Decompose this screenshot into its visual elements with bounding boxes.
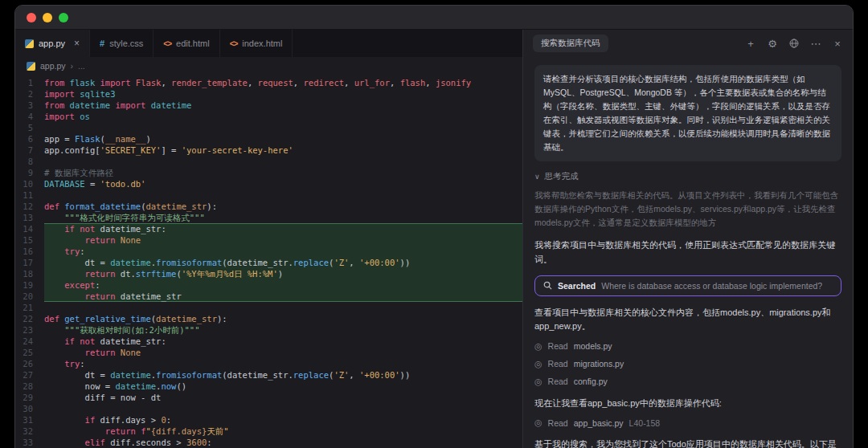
code-line: 16 try: xyxy=(15,246,522,257)
line-number: 29 xyxy=(15,392,44,403)
css-hash-icon: # xyxy=(100,39,104,48)
line-number: 3 xyxy=(15,100,44,111)
search-icon xyxy=(543,281,552,290)
code-line-text: DATABASE = 'todo.db' xyxy=(44,178,522,189)
line-number: 31 xyxy=(15,414,44,426)
ellipsis-icon: ⋯ xyxy=(811,38,821,50)
code-line-text: except: xyxy=(44,279,522,291)
breadcrumb-file: app.py xyxy=(40,61,66,71)
code-line: 4import os xyxy=(15,111,522,122)
line-number: 26 xyxy=(15,358,44,369)
editor-pane: app.py × # style.css <> edit.html <> ind… xyxy=(15,30,523,448)
zoom-window-button[interactable] xyxy=(59,13,68,22)
tab-index-html[interactable]: <> index.html xyxy=(220,30,293,57)
tab-app-py[interactable]: app.py × xyxy=(15,30,90,57)
code-line-text: now = datetime.now() xyxy=(44,381,522,392)
search-query: Where is database access or database log… xyxy=(601,281,822,291)
python-icon xyxy=(25,39,34,48)
line-number: 19 xyxy=(15,279,44,291)
search-action-chip[interactable]: Searched Where is database access or dat… xyxy=(534,275,841,296)
read-icon: ◎ xyxy=(534,341,542,352)
line-number: 23 xyxy=(15,324,44,336)
code-line: 27 dt = datetime.fromisoformat(datetime_… xyxy=(15,369,522,381)
code-line-text: diff = now - dt xyxy=(44,392,522,403)
code-line-text: app.config['SECRET_KEY'] = 'your-secret-… xyxy=(44,145,522,156)
code-line: 2import sqlite3 xyxy=(15,88,522,100)
user-message: 请检查并分析该项目的核心数据库结构，包括所使用的数据库类型（如 MySQL、Po… xyxy=(534,65,841,161)
code-area[interactable]: 1from flask import Flask, render_templat… xyxy=(15,75,522,448)
code-line: 17 dt = datetime.fromisoformat(datetime_… xyxy=(15,257,522,268)
code-line: 3from datetime import datetime xyxy=(15,100,522,111)
line-number: 33 xyxy=(15,437,44,448)
conversation-title[interactable]: 搜索数据库代码 xyxy=(533,35,608,52)
code-line-text xyxy=(44,403,522,414)
code-line: 7app.config['SECRET_KEY'] = 'your-secret… xyxy=(15,145,522,156)
breadcrumb[interactable]: app.py › ... xyxy=(15,57,522,75)
tab-style-css[interactable]: # style.css xyxy=(90,30,154,57)
line-number: 20 xyxy=(15,291,44,302)
line-number: 9 xyxy=(15,167,44,178)
code-line: 20 return datetime_str xyxy=(15,291,522,302)
titlebar xyxy=(15,6,853,30)
read-file-row[interactable]: ◎ Read migrations.py xyxy=(534,359,841,369)
code-line: 21 xyxy=(15,302,522,313)
line-number: 16 xyxy=(15,246,44,257)
minimize-window-button[interactable] xyxy=(43,13,52,22)
code-line: 12def format_datetime(datetime_str): xyxy=(15,201,522,212)
html-brackets-icon: <> xyxy=(163,39,171,48)
assistant-panel-header: 搜索数据库代码 + ⚙ ⋯ × xyxy=(523,30,853,57)
browser-button[interactable] xyxy=(788,39,800,48)
code-line-text xyxy=(44,302,522,313)
code-line: 26 try: xyxy=(15,358,522,369)
tab-label: edit.html xyxy=(176,39,210,48)
code-line: 18 return dt.strftime('%Y年%m月%d日 %H:%M') xyxy=(15,268,522,279)
python-icon xyxy=(27,62,35,71)
read-file-row[interactable]: ◎ Read config.py xyxy=(534,377,841,387)
line-number: 7 xyxy=(15,145,44,156)
read-action-label: Read xyxy=(548,359,568,369)
more-options-button[interactable]: ⋯ xyxy=(810,39,821,49)
close-tab-icon[interactable]: × xyxy=(74,39,80,48)
chat-scroll-area[interactable]: 请检查并分析该项目的核心数据库结构，包括所使用的数据库类型（如 MySQL、Po… xyxy=(523,57,853,448)
code-line: 24 if not datetime_str: xyxy=(15,336,522,347)
thinking-text: 我将帮助您检索与数据库相关的代码。从项目文件列表中，我看到有几个可能包含数据库操… xyxy=(534,189,841,229)
read-action-label: Read xyxy=(548,341,568,351)
code-line: 9# 数据库文件路径 xyxy=(15,167,522,178)
read-file-row[interactable]: ◎ Read models.py xyxy=(534,341,841,352)
code-line: 10DATABASE = 'todo.db' xyxy=(15,178,522,189)
read-action-label: Read xyxy=(548,377,568,386)
tab-edit-html[interactable]: <> edit.html xyxy=(154,30,219,57)
code-line-text: if diff.days > 0: xyxy=(44,414,522,426)
gear-icon: ⚙ xyxy=(768,38,777,50)
close-panel-button[interactable]: × xyxy=(832,39,843,49)
line-number: 17 xyxy=(15,257,44,268)
panel-header-actions: + ⚙ ⋯ × xyxy=(745,39,843,49)
read-file-row[interactable]: ◎ Read app_basic.py L40-158 xyxy=(534,417,841,428)
read-file-name: models.py xyxy=(574,341,612,351)
code-line-text: app = Flask(__name__) xyxy=(44,133,522,145)
thinking-toggle[interactable]: ∨ 思考完成 xyxy=(534,171,841,182)
assistant-message: 查看项目中与数据库相关的核心文件内容，包括models.py、migration… xyxy=(534,306,841,334)
code-line: 5 xyxy=(15,122,522,133)
tab-label: app.py xyxy=(39,39,65,48)
code-line: 13 """格式化时间字符串为可读格式""" xyxy=(15,212,522,223)
settings-button[interactable]: ⚙ xyxy=(767,39,778,49)
close-icon: × xyxy=(834,38,841,50)
code-line-text: elif diff.seconds > 3600: xyxy=(44,437,522,448)
read-action-label: Read xyxy=(548,418,568,428)
code-line-text: def format_datetime(datetime_str): xyxy=(44,201,522,212)
main-split: app.py × # style.css <> edit.html <> ind… xyxy=(15,30,853,448)
code-line-text: try: xyxy=(44,358,522,369)
line-number: 6 xyxy=(15,133,44,145)
line-number: 28 xyxy=(15,381,44,392)
code-line: 23 """获取相对时间(如:2小时前)""" xyxy=(15,324,522,336)
read-file-name: app_basic.py xyxy=(574,418,624,428)
code-line-text xyxy=(44,156,522,167)
line-number: 24 xyxy=(15,336,44,347)
tab-bar: app.py × # style.css <> edit.html <> ind… xyxy=(15,30,522,57)
code-line-text: from flask import Flask, render_template… xyxy=(44,77,522,88)
code-line-text: dt = datetime.fromisoformat(datetime_str… xyxy=(44,369,522,381)
line-number: 14 xyxy=(15,223,44,234)
close-window-button[interactable] xyxy=(27,13,36,22)
new-chat-button[interactable]: + xyxy=(745,39,756,49)
